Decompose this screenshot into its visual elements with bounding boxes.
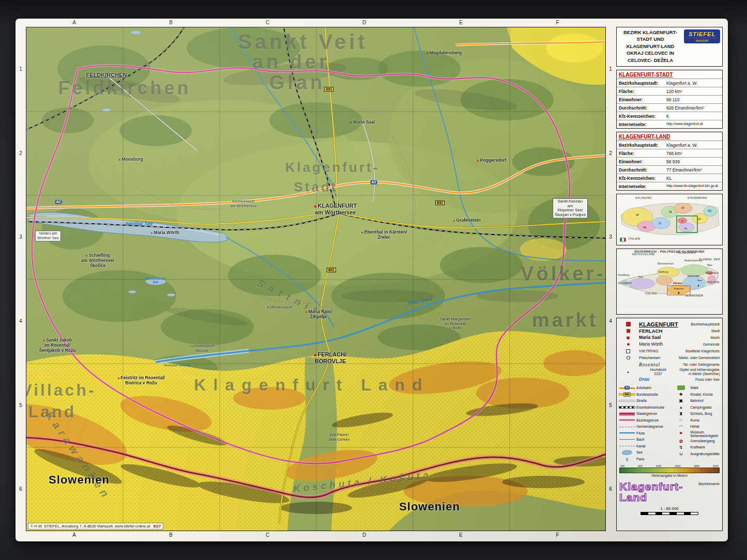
legend-symbol	[619, 362, 637, 368]
legend-poi-row: Kraftwerk	[673, 444, 720, 450]
legend-line-row: Pass	[619, 456, 671, 462]
legend-symbol	[673, 392, 689, 397]
grid-numbers-left: 123456	[17, 27, 25, 531]
legend-description: Fluss	[636, 431, 645, 435]
legend-poi-row: Wald	[673, 385, 720, 391]
copyright-text: © H.W. STIEFEL, Annaburg 7, A-8630 Maria…	[31, 524, 150, 528]
grid-number: 5	[17, 363, 25, 447]
bezirksname-sample: Klagenfurt- Land Bezirksname	[619, 481, 720, 503]
grid-number: 3	[17, 195, 25, 279]
stat-label: Kfz-Kennzeichen:	[619, 114, 666, 119]
kaernten-inset-art	[617, 194, 722, 245]
legend-poi-row: Schloss, Burg	[673, 411, 720, 417]
map-title-line: KLAGENFURT-LAND	[619, 43, 682, 50]
stat-label: Fläche:	[619, 89, 666, 94]
stat-value: KL	[666, 176, 720, 181]
sheet-number: 8/27	[153, 524, 161, 528]
legend-symbol	[619, 456, 635, 462]
stat-row: Durchschnitt: 77 Einwohner/km²	[617, 165, 722, 174]
stats-klagenfurt-stadt: KLAGENFURT-STADT Bezirkshauptstadt: Klag…	[616, 70, 723, 129]
legend-line-row: Bezirksgrenze	[619, 417, 671, 424]
stat-value: Klagenfurt a. W.	[666, 143, 720, 148]
legend-description: Bach	[636, 438, 645, 441]
stat-value: Klagenfurt a. W.	[666, 81, 720, 86]
map-title-line: BEZIRK KLAGENFURT-STADT UND	[619, 29, 682, 43]
inset-map-kaernten: SALZBURGSTEIERMARKITALIENSPHEFESVVLKKLVK…	[616, 194, 723, 245]
legend-description: See	[636, 450, 643, 454]
stat-value: 58 939	[666, 159, 720, 164]
map-sheet: ABCDEF 123456 123456	[16, 19, 728, 541]
legend-label: Maria Saal	[639, 335, 709, 340]
stat-row: Einwohner: 58 939	[617, 157, 722, 165]
legend-symbol	[673, 424, 689, 429]
legend-symbol	[673, 431, 689, 437]
legend-description: Stadtteile Klagenfurts	[685, 349, 720, 353]
grid-letter: B	[123, 532, 219, 539]
grid-letter: E	[413, 532, 509, 539]
legend-symbol	[619, 348, 637, 354]
grid-numbers-right: 123456	[607, 27, 614, 531]
stat-value: 766 km²	[666, 151, 720, 156]
stat-label: Bezirkshauptstadt:	[619, 143, 666, 148]
stats-header: KLAGENFURT-LAND	[617, 132, 722, 141]
legend-symbol: B91	[619, 392, 635, 397]
elevation-label: Höhenangabe in Metern	[619, 474, 720, 477]
map-title: BEZIRK KLAGENFURT-STADT UNDKLAGENFURT-LA…	[619, 29, 682, 64]
legend-label: Drau	[639, 377, 693, 382]
legend-description: Ausgrabungsstätte	[690, 452, 720, 456]
legend-poi-row: Ausgrabungsstätte	[673, 451, 720, 457]
elevation-tick: 2200	[713, 464, 719, 468]
elevation-tick: 400	[620, 464, 624, 468]
elevation-tick: 1400	[675, 464, 680, 468]
legend-line-row: Kanal	[619, 443, 671, 449]
legend-symbol	[673, 385, 689, 391]
stat-value: http://www.bh-klagenfurt.ktn.gv.at	[666, 184, 720, 189]
legend-description: Autobahn	[636, 386, 651, 390]
legend-symbol	[619, 424, 635, 429]
stat-label: Einwohner:	[619, 97, 666, 102]
legend-description: Bezirksgrenze	[636, 418, 659, 422]
legend-description: Gipfel und Höhenangabe in Meter (Seehöhe…	[679, 368, 720, 376]
stat-value: 77 Einwohner/km²	[666, 167, 720, 173]
scale-text: 1 : 85 000	[619, 506, 720, 511]
stats-klagenfurt-land: KLAGENFURT-LAND Bezirkshauptstadt: Klage…	[616, 132, 723, 191]
legend-place-row: Maria Saal Markt	[619, 334, 720, 341]
legend-description: Markt	[711, 336, 720, 340]
stat-row: Bezirkshauptstadt: Klagenfurt a. W.	[617, 141, 722, 149]
elevation-gradient-bar	[619, 468, 720, 473]
map-area: Sankt Veitan derGlanFeldkirchenKlagenfur…	[26, 27, 606, 531]
legend-line-row: Straße	[619, 398, 671, 404]
legend-description: Kraftwerk	[690, 445, 705, 449]
legend-symbol	[619, 369, 637, 375]
stat-label: Fläche:	[619, 151, 666, 156]
elevation-tick: 1000	[655, 464, 661, 468]
legend-description: Markt- oder Gemeindeteil	[679, 356, 720, 360]
legend-label: KLAGENFURT	[639, 321, 689, 328]
legend-columns: A2 Autobahn B91 Bundesstraße Straße	[619, 385, 720, 462]
legend-place-row: FERLACH Stadt	[619, 328, 720, 334]
stats-header: KLAGENFURT-STADT	[617, 70, 722, 79]
legend-symbol	[619, 335, 637, 341]
stat-label: Bezirkshauptstadt:	[619, 81, 666, 86]
legend-place-row: Hochstuhl 2237 Gipfel und Höhenangabe in…	[619, 368, 720, 376]
legend-symbol	[673, 411, 689, 416]
grid-number: 2	[17, 111, 25, 195]
legend-description: Tal- oder Gebirgsname	[683, 363, 720, 367]
title-block: BEZIRK KLAGENFURT-STADT UNDKLAGENFURT-LA…	[616, 27, 723, 67]
bezirksname-label: Bezirksname	[699, 481, 720, 486]
legend-poi-row: Campingplatz	[673, 405, 720, 411]
legend-line-row: Fluss	[619, 430, 671, 437]
legend-description: Gemeinde	[703, 343, 720, 347]
stat-row: Fläche: 766 km²	[617, 149, 722, 157]
legend-symbol	[673, 398, 689, 403]
elevation-tick: 600	[638, 464, 642, 468]
legend-description: Staatsgrenze	[636, 412, 657, 415]
sidebar: BEZIRK KLAGENFURT-STADT UNDKLAGENFURT-LA…	[616, 27, 723, 531]
legend-symbol	[619, 405, 635, 410]
grid-number: 4	[607, 279, 614, 363]
stat-label: Durchschnitt:	[619, 105, 666, 111]
legend-symbol	[619, 377, 637, 383]
legend-symbol	[673, 438, 689, 444]
legend-symbol	[619, 398, 635, 403]
legend-line-row: B91 Bundesstraße	[619, 392, 671, 398]
